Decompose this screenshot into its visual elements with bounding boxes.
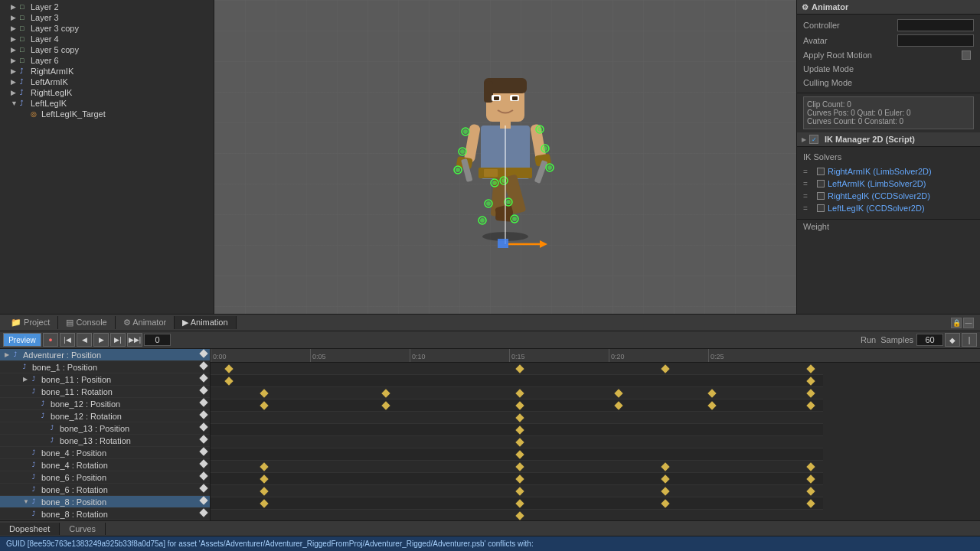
- track-row[interactable]: ⤴ bone_8 : Rotation: [0, 508, 210, 520]
- apply-root-checkbox[interactable]: [962, 51, 971, 60]
- minimize-button[interactable]: —: [963, 318, 974, 328]
- tree-item-layer2[interactable]: ▶ □ Layer 2: [0, 2, 214, 12]
- keyframe-marker[interactable]: [806, 401, 815, 409]
- track-row[interactable]: ▶ ⤴ bone_11 : Position: [0, 373, 210, 386]
- keyframe-marker[interactable]: [515, 474, 524, 483]
- keyframe-marker[interactable]: [224, 377, 233, 385]
- keyframe-marker[interactable]: [382, 389, 390, 397]
- next-key-button[interactable]: ▶|: [110, 333, 126, 347]
- keyframe-marker[interactable]: [707, 389, 716, 397]
- tree-item-leftarmik[interactable]: ▶ ⤴ LeftArmIK: [0, 77, 214, 87]
- keyframe-marker[interactable]: [806, 474, 815, 483]
- tree-item-layer5copy[interactable]: ▶ □ Layer 5 copy: [0, 44, 214, 55]
- keyframe-marker[interactable]: [515, 511, 524, 520]
- keyframe-marker[interactable]: [661, 499, 669, 507]
- track-row[interactable]: ⤴ bone_12 : Position: [0, 398, 210, 410]
- track-row[interactable]: ⤴ bone_1 : Position: [0, 361, 210, 373]
- track-key-button[interactable]: [199, 436, 208, 445]
- track-row[interactable]: ⤴ bone_11 : Rotation: [0, 386, 210, 398]
- keyframe-marker[interactable]: [661, 474, 669, 483]
- tree-item-rightarmik[interactable]: ▶ ⤴ RightArmIK: [0, 66, 214, 77]
- track-key-button[interactable]: [199, 399, 208, 409]
- keyframe-marker[interactable]: [707, 401, 716, 409]
- keyframe-marker[interactable]: [615, 401, 623, 409]
- tree-item-leftlegiktarget[interactable]: ◎ LeftLegIK_Target: [0, 109, 214, 119]
- track-key-button[interactable]: [199, 350, 208, 360]
- keyframe-marker[interactable]: [260, 389, 268, 397]
- play-button[interactable]: ▶: [93, 333, 109, 347]
- keyframe-marker[interactable]: [260, 401, 268, 409]
- tree-item-layer6[interactable]: ▶ □ Layer 6: [0, 55, 214, 66]
- avatar-input[interactable]: [897, 34, 974, 47]
- track-key-button[interactable]: [199, 387, 208, 396]
- keyframe-marker[interactable]: [515, 450, 524, 458]
- track-key-button[interactable]: [199, 375, 208, 384]
- keyframe-marker[interactable]: [260, 499, 268, 507]
- tab-animator[interactable]: ⚙ Animator: [116, 316, 175, 329]
- tree-item-rightlegik[interactable]: ▶ ⤴ RightLegIK: [0, 87, 214, 98]
- frame-input[interactable]: [144, 334, 171, 346]
- keyframe-marker[interactable]: [806, 364, 815, 373]
- track-row[interactable]: ⤴ bone_6 : Rotation: [0, 484, 210, 496]
- prev-key-button[interactable]: ◀: [77, 333, 92, 347]
- track-row[interactable]: ⤴ bone_12 : Rotation: [0, 410, 210, 422]
- track-row[interactable]: ▼ ⤴ bone_8 : Position: [0, 496, 210, 508]
- track-key-button[interactable]: [199, 448, 208, 458]
- keyframe-marker[interactable]: [661, 462, 669, 471]
- track-row[interactable]: ⤴ bone_4 : Rotation: [0, 459, 210, 471]
- tree-item-layer3[interactable]: ▶ □ Layer 3: [0, 12, 214, 23]
- lock-button[interactable]: 🔒: [951, 318, 962, 328]
- curves-tab[interactable]: Curves: [60, 523, 106, 535]
- keyframe-marker[interactable]: [515, 462, 524, 471]
- keyframe-marker[interactable]: [806, 487, 815, 495]
- preview-button[interactable]: Preview: [3, 333, 41, 347]
- keyframe-marker[interactable]: [515, 438, 524, 446]
- keyframe-marker[interactable]: [661, 364, 669, 373]
- add-keyframe-button[interactable]: ◆: [945, 333, 960, 347]
- tab-project[interactable]: 📁 Project: [3, 316, 58, 329]
- track-key-button[interactable]: [199, 473, 208, 482]
- track-row[interactable]: ⤴ bone_13 : Position: [0, 422, 210, 435]
- tree-item-leftlegik[interactable]: ▼ ⤴ LeftLegIK: [0, 98, 214, 109]
- keyframe-marker[interactable]: [806, 462, 815, 471]
- keyframe-marker[interactable]: [806, 389, 815, 397]
- keyframe-marker[interactable]: [515, 499, 524, 507]
- add-event-button[interactable]: |: [962, 333, 977, 347]
- goto-end-button[interactable]: ▶▶|: [127, 333, 142, 347]
- tab-console[interactable]: ▤ Console: [58, 316, 115, 329]
- keyframe-marker[interactable]: [260, 487, 268, 495]
- ik-enabled-checkbox[interactable]: ✓: [809, 135, 818, 144]
- keyframe-marker[interactable]: [224, 364, 233, 373]
- controller-input[interactable]: [897, 19, 974, 31]
- track-row[interactable]: ⤴ bone_13 : Rotation: [0, 435, 210, 447]
- keyframe-marker[interactable]: [661, 487, 669, 495]
- tab-animation[interactable]: ▶ Animation: [175, 316, 236, 329]
- track-key-button[interactable]: [199, 497, 208, 507]
- keyframe-marker[interactable]: [515, 389, 524, 397]
- track-row[interactable]: ⤴ bone_6 : Position: [0, 471, 210, 484]
- keyframe-marker[interactable]: [515, 425, 524, 434]
- tree-item-layer3copy[interactable]: ▶ □ Layer 3 copy: [0, 23, 214, 34]
- keyframe-marker[interactable]: [515, 487, 524, 495]
- goto-start-button[interactable]: |◀: [60, 333, 75, 347]
- keyframe-marker[interactable]: [515, 401, 524, 409]
- keyframe-marker[interactable]: [515, 364, 524, 373]
- samples-input[interactable]: [916, 334, 943, 346]
- track-key-button[interactable]: [199, 510, 208, 519]
- keyframe-marker[interactable]: [806, 499, 815, 507]
- tree-item-layer4[interactable]: ▶ □ Layer 4: [0, 34, 214, 44]
- track-key-button[interactable]: [199, 363, 208, 372]
- track-row[interactable]: ⤴ bone_4 : Position: [0, 447, 210, 459]
- track-key-button[interactable]: [199, 412, 208, 421]
- keyframe-marker[interactable]: [806, 377, 815, 385]
- ik-manager-header[interactable]: ▶ ✓ IK Manager 2D (Script): [797, 132, 980, 147]
- keyframe-marker[interactable]: [260, 462, 268, 471]
- track-row[interactable]: ▶ ⤴ Adventurer : Position: [0, 349, 210, 361]
- keyframe-timeline[interactable]: 0:000:050:100:150:200:25: [211, 349, 980, 520]
- keyframe-marker[interactable]: [260, 474, 268, 483]
- dopesheet-tab[interactable]: Dopesheet: [0, 523, 60, 535]
- track-key-button[interactable]: [199, 461, 208, 470]
- keyframe-marker[interactable]: [515, 413, 524, 422]
- record-button[interactable]: ●: [43, 333, 58, 347]
- keyframe-marker[interactable]: [615, 389, 623, 397]
